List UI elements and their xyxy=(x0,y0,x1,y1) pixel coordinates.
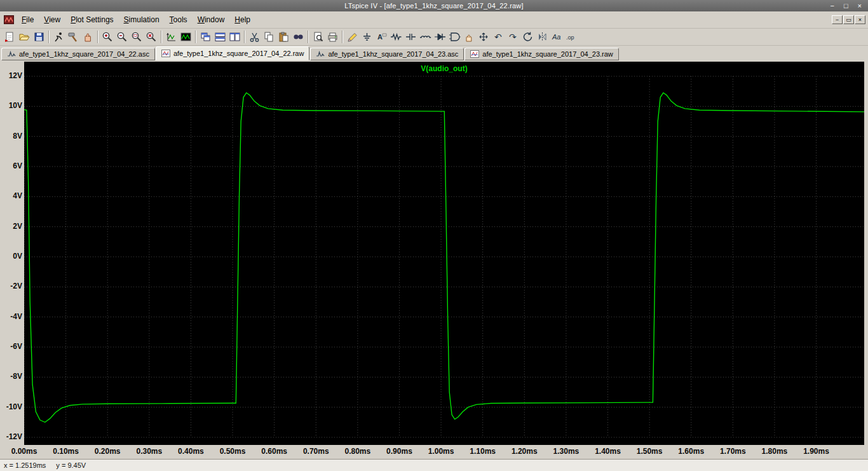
tab-label: afe_type1_1khz_square_2017_04_23.asc xyxy=(328,50,458,58)
ground-button[interactable] xyxy=(360,30,374,44)
copy-button[interactable] xyxy=(262,30,276,44)
tab-afe_type1_1khz_square_2017_04_22.raw[interactable]: afe_type1_1khz_square_2017_04_22.raw xyxy=(156,46,310,60)
save-button[interactable] xyxy=(32,30,46,44)
x-tick-label: 0.60ms xyxy=(255,447,294,456)
menu-plot-settings[interactable]: Plot Settings xyxy=(65,12,118,27)
y-tick-label: 2V xyxy=(0,222,22,231)
component-button[interactable] xyxy=(447,30,462,44)
redo-button[interactable]: ↷ xyxy=(506,30,520,44)
plot-settings-icon xyxy=(180,31,192,43)
resistor-icon xyxy=(390,31,402,43)
child-window-controls: − ▭ × xyxy=(831,15,865,24)
y-tick-label: -2V xyxy=(0,282,22,290)
toolbar-separator xyxy=(308,31,309,43)
inductor-button[interactable] xyxy=(418,30,433,44)
find-button[interactable] xyxy=(291,30,306,44)
plot-canvas[interactable] xyxy=(24,62,864,445)
tab-afe_type1_1khz_square_2017_04_23.raw[interactable]: afe_type1_1khz_square_2017_04_23.raw xyxy=(465,48,619,60)
print-preview-button[interactable] xyxy=(311,30,325,44)
plot-trace-title[interactable]: V(audio_out) xyxy=(24,64,864,73)
drag-button[interactable] xyxy=(477,30,491,44)
zoom-out-button[interactable] xyxy=(115,30,130,44)
y-tick-label: 8V xyxy=(0,132,22,140)
open-button[interactable] xyxy=(17,30,32,44)
x-tick-label: 1.20ms xyxy=(505,447,543,456)
window-controls: − □ × xyxy=(830,1,868,11)
tab-raw-icon xyxy=(161,50,170,57)
print-icon xyxy=(327,31,339,43)
zoom-in-icon xyxy=(102,31,114,43)
menu-view[interactable]: View xyxy=(39,12,65,27)
x-tick-label: 1.90ms xyxy=(797,447,836,456)
child-restore-button[interactable]: ▭ xyxy=(843,15,854,24)
zoom-full-button[interactable] xyxy=(144,30,159,44)
redo-icon: ↷ xyxy=(507,31,519,43)
minimize-button[interactable]: − xyxy=(830,1,834,11)
new-schematic-button[interactable] xyxy=(3,30,17,44)
zoom-out-icon xyxy=(116,31,128,43)
autorange-y-button[interactable] xyxy=(164,30,179,44)
menu-simulation[interactable]: Simulation xyxy=(119,12,165,27)
rotate-button[interactable] xyxy=(520,30,535,44)
capacitor-button[interactable] xyxy=(403,30,418,44)
undo-button[interactable]: ↶ xyxy=(491,30,506,44)
control-panel-button[interactable] xyxy=(66,30,81,44)
child-minimize-button[interactable]: − xyxy=(832,15,843,24)
ltspice-window: LTspice IV - [afe_type1_1khz_square_2017… xyxy=(0,0,868,60)
label-net-button[interactable]: A xyxy=(374,30,389,44)
text-button[interactable]: Aa xyxy=(550,30,564,44)
rotate-icon xyxy=(522,31,534,43)
run-button[interactable] xyxy=(51,30,66,44)
undo-icon: ↶ xyxy=(492,31,505,43)
close-button[interactable]: × xyxy=(858,1,862,11)
zoom-in-button[interactable] xyxy=(100,30,115,44)
cursor-x-readout: x = 1.2519ms xyxy=(4,461,46,469)
toolbar-separator xyxy=(195,31,196,43)
diode-button[interactable] xyxy=(433,30,447,44)
move-button[interactable] xyxy=(462,30,477,44)
spice-directive-button[interactable]: .op xyxy=(564,30,579,44)
waveform-trace xyxy=(24,93,864,422)
toolbar-separator xyxy=(244,31,245,43)
menu-file[interactable]: File xyxy=(17,12,39,27)
y-tick-label: 6V xyxy=(0,161,22,170)
x-tick-label: 0.30ms xyxy=(130,447,168,456)
spice-directive-icon: .op xyxy=(566,31,578,43)
plot-svg[interactable] xyxy=(24,62,864,445)
plot-settings-button[interactable] xyxy=(179,30,193,44)
tab-afe_type1_1khz_square_2017_04_22.asc[interactable]: afe_type1_1khz_square_2017_04_22.asc xyxy=(1,48,155,60)
mirror-button[interactable] xyxy=(535,30,550,44)
drag-icon xyxy=(478,31,490,43)
move-icon xyxy=(463,31,475,43)
y-tick-label: -12V xyxy=(0,432,22,441)
paste-button[interactable] xyxy=(276,30,291,44)
svg-text:.op: .op xyxy=(566,34,574,41)
menu-window[interactable]: Window xyxy=(193,12,230,27)
window-tile-vertical-button[interactable] xyxy=(227,30,242,44)
tab-label: afe_type1_1khz_square_2017_04_23.raw xyxy=(482,50,613,58)
autorange-y-icon xyxy=(165,31,177,43)
capacitor-icon xyxy=(405,31,417,43)
cut-button[interactable] xyxy=(247,30,262,44)
halt-button[interactable] xyxy=(81,30,95,44)
zoom-area-button[interactable] xyxy=(130,30,144,44)
x-tick-label: 1.60ms xyxy=(672,447,710,456)
app-icon xyxy=(4,15,14,24)
child-close-button[interactable]: × xyxy=(855,15,865,24)
window-tile-horizontal-button[interactable] xyxy=(213,30,227,44)
wire-button[interactable] xyxy=(345,30,360,44)
print-button[interactable] xyxy=(325,30,340,44)
window-cascade-button[interactable] xyxy=(198,30,213,44)
menu-tools[interactable]: Tools xyxy=(165,12,193,27)
window-tile-vertical-icon xyxy=(229,31,241,43)
svg-text:Aa: Aa xyxy=(552,33,560,41)
ground-icon xyxy=(361,31,373,43)
tab-afe_type1_1khz_square_2017_04_23.asc[interactable]: afe_type1_1khz_square_2017_04_23.asc xyxy=(310,48,464,60)
toolbar-separator xyxy=(161,31,162,43)
zoom-area-icon xyxy=(131,31,143,43)
y-tick-label: 4V xyxy=(0,191,22,200)
resistor-button[interactable] xyxy=(389,30,403,44)
svg-text:↶: ↶ xyxy=(494,32,502,42)
menu-help[interactable]: Help xyxy=(229,12,255,27)
maximize-button[interactable]: □ xyxy=(844,1,848,11)
